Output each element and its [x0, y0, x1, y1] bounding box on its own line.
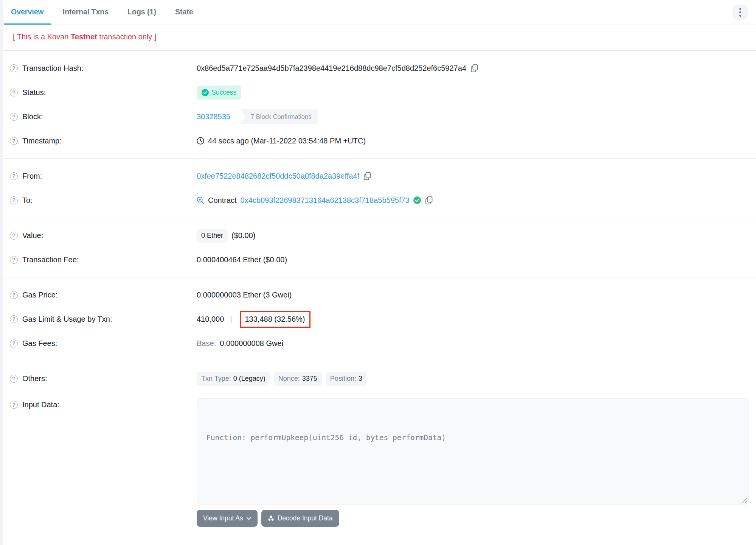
row-transaction-fee: ? Transaction Fee: 0.000400464 Ether ($0… [10, 248, 750, 272]
row-others: ? Others: Txn Type: 0 (Legacy) Nonce: 33… [10, 366, 750, 391]
value-cell: Base: 0.000000008 Gwei [197, 339, 750, 348]
input-data-label: Input Data: [22, 400, 59, 409]
transaction-fee-label: Transaction Fee: [22, 255, 79, 264]
others-label: Others: [22, 374, 47, 383]
value-cell: Function: performUpkeep(uint256 id, byte… [197, 394, 750, 531]
block-number-link[interactable]: 30328535 [197, 112, 230, 121]
tab-state[interactable]: State [168, 0, 200, 25]
transaction-hash-label: Transaction Hash: [22, 64, 84, 73]
decode-input-data-button[interactable]: Decode Input Data [261, 510, 339, 527]
section-gas: ? Gas Price: 0.000000003 Ether (3 Gwei) … [3, 277, 756, 361]
value-cell: 0 Ether ($0.00) [197, 229, 750, 243]
help-icon[interactable]: ? [10, 137, 18, 145]
position-badge: Position: 3 [326, 372, 367, 386]
input-methodid-line: MethodID: 0x7bbaf1ea [206, 502, 740, 505]
kebab-menu-button[interactable] [733, 5, 748, 20]
txn-type-value: 0 (Legacy) [233, 375, 265, 383]
help-icon[interactable]: ? [10, 89, 18, 97]
blank-line [206, 467, 740, 479]
timestamp-label: Timestamp: [22, 137, 62, 145]
value-cell: 30328535 7 Block Confirmations [197, 109, 750, 124]
copy-to-address-button[interactable] [425, 196, 433, 204]
help-icon[interactable]: ? [10, 232, 18, 240]
help-icon[interactable]: ? [10, 64, 18, 72]
label-cell: ? To: [10, 196, 197, 205]
label-cell: ? Transaction Hash: [10, 64, 197, 73]
label-cell: ? Value: [10, 231, 197, 240]
nonce-label: Nonce: [278, 375, 300, 383]
input-data-textarea[interactable]: Function: performUpkeep(uint256 id, byte… [197, 398, 749, 505]
help-icon[interactable]: ? [10, 196, 18, 204]
value-cell: Success [197, 86, 750, 100]
textarea-resize-handle[interactable] [742, 497, 747, 503]
kebab-dot [739, 11, 741, 13]
help-icon[interactable]: ? [10, 401, 18, 409]
row-block: ? Block: 30328535 7 Block Confirmations [10, 104, 750, 129]
check-circle-icon [202, 89, 209, 96]
value-cell: 44 secs ago (Mar-11-2022 03:54:48 PM +UT… [197, 137, 750, 145]
to-address-link[interactable]: 0x4cb093f226983713164a62138c3f718a5b595f… [241, 196, 410, 205]
label-cell: ? Status: [10, 88, 197, 97]
tab-bar: Overview Internal Txns Logs (1) State [3, 0, 756, 25]
transaction-fee-value: 0.000400464 Ether ($0.00) [197, 255, 287, 264]
section-parties: ? From: 0xfee7522e8482682cf50ddc50a0f8da… [3, 159, 756, 218]
tab-internal-txns[interactable]: Internal Txns [56, 0, 116, 25]
value-cell: 0xfee7522e8482682cf50ddc50a0f8da2a39effa… [197, 172, 750, 181]
tab-overview[interactable]: Overview [4, 0, 51, 25]
testnet-notice: [ This is a Kovan Testnet transaction on… [3, 25, 756, 51]
help-icon[interactable]: ? [10, 291, 18, 299]
status-badge: Success [197, 86, 241, 100]
value-cell: 0.000000003 Ether (3 Gwei) [197, 291, 750, 299]
help-icon[interactable]: ? [10, 375, 18, 383]
gas-limit-usage-label: Gas Limit & Usage by Txn: [22, 315, 112, 324]
section-value-fee: ? Value: 0 Ether ($0.00) ? Transaction F… [3, 218, 756, 277]
help-icon[interactable]: ? [10, 315, 18, 323]
chevron-down-icon [247, 517, 251, 520]
row-from: ? From: 0xfee7522e8482682cf50ddc50a0f8da… [10, 164, 750, 188]
tab-logs[interactable]: Logs (1) [120, 0, 163, 25]
label-cell: ? Others: [10, 374, 197, 383]
kebab-dot [739, 8, 741, 10]
block-confirmations-badge: 7 Block Confirmations [239, 109, 318, 124]
base-fee-label: Base: [197, 339, 216, 348]
gas-usage-highlight-box: 133,488 (32.56%) [240, 311, 310, 328]
row-value: ? Value: 0 Ether ($0.00) [10, 223, 750, 248]
decode-icon [268, 515, 274, 522]
row-gas-fees: ? Gas Fees: Base: 0.000000008 Gwei [10, 331, 750, 355]
help-icon[interactable]: ? [10, 113, 18, 121]
copy-hash-button[interactable] [470, 64, 479, 72]
label-cell: ? Input Data: [10, 394, 197, 409]
decode-input-data-label: Decode Input Data [278, 514, 333, 522]
value-cell: 410,000 | 133,488 (32.56%) [197, 311, 750, 328]
label-cell: ? Gas Fees: [10, 339, 197, 348]
value-cell: Txn Type: 0 (Legacy) Nonce: 3375 Positio… [197, 372, 750, 386]
label-cell: ? Timestamp: [10, 137, 197, 145]
input-function-line: Function: performUpkeep(uint256 id, byte… [206, 432, 740, 444]
verified-check-icon [413, 196, 421, 204]
label-cell: ? Block: [10, 112, 197, 121]
page-background-strip [0, 0, 3, 545]
notice-suffix: transaction only ] [97, 33, 157, 41]
gas-separator: | [228, 315, 234, 324]
gas-price-label: Gas Price: [22, 291, 57, 299]
notice-bold: Testnet [71, 33, 97, 41]
help-icon[interactable]: ? [10, 339, 18, 347]
row-timestamp: ? Timestamp: 44 secs ago (Mar-11-2022 03… [10, 129, 750, 153]
from-address-link[interactable]: 0xfee7522e8482682cf50ddc50a0f8da2a39effa… [197, 172, 359, 181]
kebab-dot [739, 15, 741, 17]
gas-fees-label: Gas Fees: [22, 339, 57, 348]
view-input-as-button[interactable]: View Input As [197, 510, 258, 527]
section-others-input: ? Others: Txn Type: 0 (Legacy) Nonce: 33… [3, 361, 756, 542]
zoom-in-magnifier-icon[interactable] [197, 196, 204, 204]
section-overview-top: ? Transaction Hash: 0x86ed5a771e725aa94d… [3, 51, 756, 159]
help-icon[interactable]: ? [10, 172, 18, 180]
value-label: Value: [22, 231, 43, 240]
transaction-card: Overview Internal Txns Logs (1) State [ … [3, 0, 756, 542]
copy-icon [425, 196, 433, 204]
status-value: Success [211, 89, 236, 97]
clock-icon [197, 137, 204, 145]
gas-price-value: 0.000000003 Ether (3 Gwei) [197, 291, 292, 299]
ether-value-badge: 0 Ether [197, 229, 228, 243]
help-icon[interactable]: ? [10, 256, 18, 264]
copy-from-address-button[interactable] [363, 172, 372, 180]
